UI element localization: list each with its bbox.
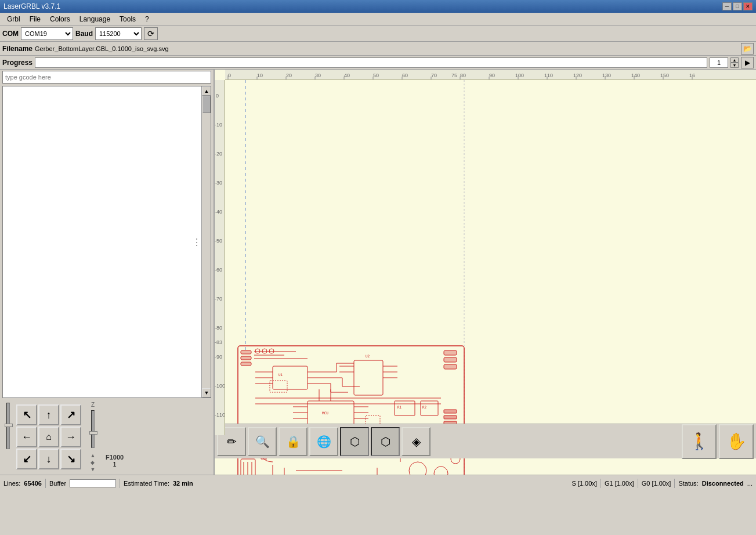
jog-ne-button[interactable]: ↗: [60, 404, 81, 425]
progress-label: Progress: [2, 59, 32, 67]
walk-button[interactable]: 🚶: [682, 424, 717, 459]
svg-rect-78: [444, 357, 457, 362]
fill2-icon: ⬡: [381, 435, 390, 449]
pcb-canvas: U1 U2 MCU R1 R2 C1 X: 0.000 Y: 0.000 Z: …: [225, 80, 756, 475]
f-step-area: F1000 1: [106, 402, 124, 472]
sep5: [674, 479, 675, 488]
svg-rect-110: [444, 415, 457, 419]
hand-button[interactable]: ✋: [719, 424, 754, 459]
play-button[interactable]: ▶: [741, 57, 754, 68]
svg-text:10: 10: [257, 73, 263, 78]
menu-tools[interactable]: Tools: [115, 14, 140, 24]
jog-sw-button[interactable]: ↙: [16, 449, 37, 469]
lines-value: 65406: [24, 480, 42, 487]
scroll-thumb[interactable]: [202, 96, 211, 113]
status-label: Status:: [678, 480, 698, 487]
titlebar-buttons: ─ □ ✕: [722, 2, 753, 10]
svg-text:-30: -30: [215, 180, 222, 186]
globe-icon: 🌐: [317, 435, 331, 449]
lock-tool-button[interactable]: 🔒: [278, 427, 308, 456]
globe-tool-button[interactable]: 🌐: [309, 427, 338, 456]
svg-rect-77: [444, 350, 457, 355]
jog-e-button[interactable]: →: [60, 426, 81, 447]
menu-colors[interactable]: Colors: [45, 14, 75, 24]
walk-icon: 🚶: [689, 432, 710, 451]
menu-grbl[interactable]: Grbl: [2, 14, 25, 24]
svg-text:-100: -100: [215, 383, 225, 389]
console-scrollbar: ▲ ▼: [201, 86, 211, 397]
fill-icon: ⬡: [350, 435, 360, 449]
speed-slider-thumb[interactable]: [5, 424, 13, 427]
filename-row: Filename Gerber_BottomLayer.GBL_0.1000_i…: [0, 42, 756, 56]
zoom-tool-button[interactable]: 🔍: [248, 427, 277, 456]
jog-home-button[interactable]: ⌂: [38, 426, 59, 447]
svg-rect-79: [444, 364, 457, 369]
menu-language[interactable]: Language: [75, 14, 115, 24]
hand-icon: ✋: [726, 432, 747, 451]
z-mid: ◆: [91, 460, 96, 465]
s-label: S [1.00x]: [571, 480, 596, 487]
play-icon: ▶: [745, 59, 750, 67]
jog-w-button[interactable]: ←: [16, 426, 37, 447]
svg-text:20: 20: [286, 73, 292, 78]
status-dots: ...: [747, 480, 753, 487]
folder-icon: 📂: [743, 45, 752, 53]
progress-bar: [35, 57, 707, 68]
svg-text:130: 130: [602, 73, 611, 78]
spin-down-button[interactable]: ▼: [730, 63, 739, 68]
titlebar-title: LaserGRBL v3.7.1: [3, 2, 60, 10]
lines-label: Lines:: [3, 480, 20, 487]
progress-step-input[interactable]: [710, 57, 728, 68]
lock-icon: 🔒: [286, 435, 301, 449]
speed-slider-track[interactable]: [6, 403, 10, 449]
target-tool-button[interactable]: ◈: [401, 427, 431, 456]
left-panel: ▲ ▼ ⋮ ↖ ↑ ↗ ← ⌂: [0, 70, 215, 475]
maximize-button[interactable]: □: [733, 2, 742, 10]
z-slider-track[interactable]: [91, 410, 95, 448]
jog-n-button[interactable]: ↑: [38, 404, 59, 425]
jog-se-button[interactable]: ↘: [60, 449, 81, 469]
svg-text:-110: -110: [215, 412, 225, 418]
spin-up-button[interactable]: ▲: [730, 57, 739, 63]
svg-text:30: 30: [315, 73, 321, 78]
svg-text:-83: -83: [215, 339, 222, 345]
jog-controls: ↖ ↑ ↗ ← ⌂ → ↙ ↓ ↘ Z ▲ ◆ ▼: [0, 399, 214, 475]
scroll-down-arrow[interactable]: ▼: [202, 388, 211, 397]
walk-hand-area: 🚶 ✋: [682, 424, 754, 459]
main-area: ▲ ▼ ⋮ ↖ ↑ ↗ ← ⌂: [0, 70, 756, 475]
baud-select[interactable]: 115200 9600 19200 38400 57600 230400: [95, 27, 142, 40]
com-select[interactable]: COM19 COM1 COM3: [21, 27, 73, 40]
z-slider-thumb[interactable]: [89, 431, 97, 435]
scroll-up-arrow[interactable]: ▲: [202, 86, 211, 96]
target-icon: ◈: [412, 435, 421, 449]
svg-text:140: 140: [631, 73, 640, 78]
g1-label: G1 [1.00x]: [605, 480, 634, 487]
gcode-input[interactable]: [2, 71, 211, 84]
jog-s-button[interactable]: ↓: [38, 449, 59, 469]
z-dn: ▼: [91, 467, 96, 472]
svg-text:0: 0: [228, 73, 231, 78]
toolbar: COM COM19 COM1 COM3 Baud 115200 9600 192…: [0, 26, 756, 42]
pcb-svg: U1 U2 MCU R1 R2 C1 X: 0.000 Y: 0.000 Z: …: [225, 80, 756, 475]
ruler-left: 0 -10 -20 -30 -40 -50 -60 -70 -80 -83 -9…: [215, 80, 225, 435]
close-button[interactable]: ✕: [743, 2, 753, 10]
menu-file[interactable]: File: [25, 14, 45, 24]
open-file-button[interactable]: 📂: [741, 43, 754, 55]
fill-tool-button[interactable]: ⬡: [340, 427, 369, 456]
svg-text:60: 60: [402, 73, 408, 78]
minimize-button[interactable]: ─: [722, 2, 732, 10]
svg-text:-50: -50: [215, 238, 222, 244]
jog-nw-button[interactable]: ↖: [16, 404, 37, 425]
svg-text:40: 40: [344, 73, 350, 78]
ruler-left-svg: 0 -10 -20 -30 -40 -50 -60 -70 -80 -83 -9…: [215, 80, 225, 435]
z-slider-area: Z ▲ ◆ ▼: [87, 402, 99, 472]
progress-spinner: ▲ ▼: [730, 57, 739, 68]
fill2-tool-button[interactable]: ⬡: [371, 427, 400, 456]
step-label: 1: [113, 461, 117, 468]
svg-text:110: 110: [544, 73, 553, 78]
estimated-value: 32 min: [173, 480, 193, 487]
jog-grid: ↖ ↑ ↗ ← ⌂ → ↙ ↓ ↘: [16, 404, 81, 469]
refresh-button[interactable]: ⟳: [144, 27, 158, 40]
menu-help[interactable]: ?: [140, 14, 154, 24]
svg-text:-90: -90: [215, 354, 222, 360]
